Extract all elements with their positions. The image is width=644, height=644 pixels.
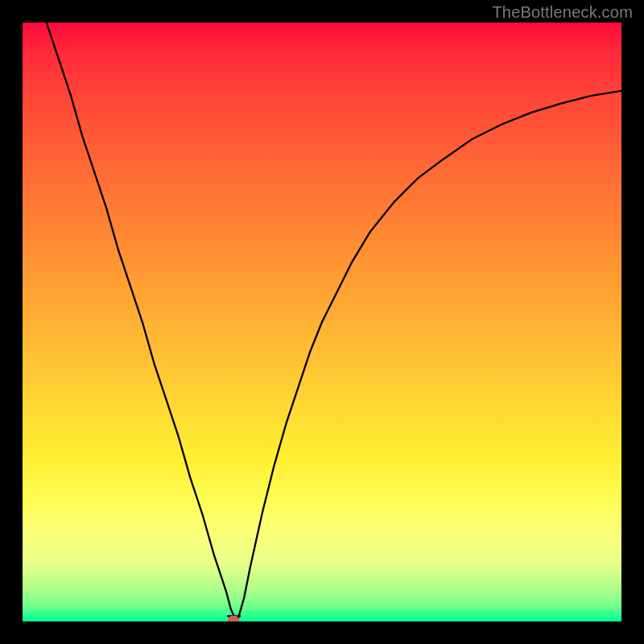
bottleneck-curve [23,23,621,621]
chart-frame: TheBottleneck.com [0,0,644,644]
watermark-text: TheBottleneck.com [492,3,633,22]
minimum-marker-icon [228,615,239,621]
plot-area [23,23,621,621]
